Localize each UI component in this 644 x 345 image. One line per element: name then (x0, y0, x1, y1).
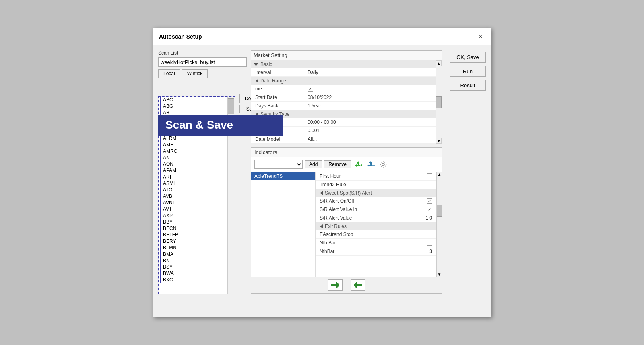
firsthour-checkbox[interactable] (427, 173, 432, 179)
list-item[interactable]: BELFB (159, 232, 227, 238)
ms-section-daterange: Date Range (251, 77, 436, 85)
prop-row-sralertvalue: S/R Alert Value 1.0 (316, 214, 436, 222)
triangle-securitytype-icon (254, 112, 258, 116)
ms-row-me: me (251, 85, 436, 93)
list-item[interactable]: ABG (159, 103, 227, 109)
recycle-icon-1[interactable] (353, 159, 363, 170)
list-item[interactable]: ATO (159, 187, 227, 193)
list-item[interactable]: ABT (159, 109, 227, 116)
list-item[interactable]: ABC (159, 97, 227, 103)
indicators-properties: First Hour Trend2 Rule Sweet Spot(S/R) A… (316, 172, 436, 277)
list-item[interactable]: BMA (159, 251, 227, 257)
sralerton-checkbox[interactable] (427, 198, 432, 204)
remove-indicator-button[interactable]: Remove (324, 160, 351, 168)
recycle-icon-2[interactable] (365, 159, 376, 170)
list-item[interactable]: BERY (159, 238, 227, 244)
ms-row-daysback: Days Back 1 Year (251, 102, 436, 110)
indicators-section: Indicators Add Remove (251, 147, 442, 294)
list-item[interactable]: AVT (159, 206, 227, 212)
prop-section-sweetspot: Sweet Spot(S/R) Alert (316, 189, 436, 197)
ms-row-startdate: Start Date 08/10/2022 (251, 93, 436, 102)
list-item[interactable]: AVNT (159, 199, 227, 206)
market-setting-content-wrapper: Basic Interval Daily Date Range me (251, 60, 442, 144)
list-item[interactable]: ADSK (159, 116, 227, 122)
ms-section-securitytype: Security Type (251, 110, 436, 118)
trend2rule-checkbox[interactable] (427, 182, 432, 187)
prop-section-exitrules: Exit Rules (316, 222, 436, 230)
list-item[interactable]: BWA (159, 270, 227, 277)
props-scroll-up[interactable]: ▲ (437, 172, 442, 177)
props-scrollbar[interactable]: ▲ ▼ (436, 172, 442, 277)
easctrend-checkbox[interactable] (427, 232, 432, 237)
source-btn-row: Local Wintick (158, 69, 247, 78)
result-button[interactable]: Result (450, 80, 486, 91)
triangle-sweetspot-icon (318, 191, 323, 195)
list-item[interactable]: AXP (159, 212, 227, 219)
triangle-exitrules-icon (318, 224, 323, 228)
market-setting-box: Market Setting Basic Interval Daily (251, 50, 442, 144)
wintick-button[interactable]: Wintick (182, 69, 208, 78)
svg-rect-3 (356, 284, 362, 286)
svg-point-0 (382, 163, 384, 166)
run-button[interactable]: Run (450, 66, 486, 77)
props-scroll-down[interactable]: ▼ (437, 272, 442, 277)
triangle-daterange-icon (254, 79, 258, 83)
list-item[interactable]: BXC (159, 277, 227, 283)
list-item[interactable]: AGCO (159, 122, 227, 129)
list-item[interactable]: BECN (159, 225, 227, 232)
stock-list-wrapper: ABCABGABTADSKAGCOALGTALRMAMEAMRCANAONAPA… (158, 96, 235, 294)
title-bar: Autoscan Setup × (153, 28, 491, 45)
scan-list-input[interactable] (158, 58, 247, 67)
close-button[interactable]: × (476, 32, 485, 41)
ms-scroll-down[interactable]: ▼ (436, 138, 442, 144)
list-item[interactable]: ARI (159, 174, 227, 180)
list-item[interactable]: AME (159, 142, 227, 148)
nthbar-checkbox[interactable] (427, 240, 432, 246)
props-scroll-thumb (437, 205, 442, 217)
indicators-dropdown[interactable] (254, 160, 303, 169)
list-item[interactable]: BLMN (159, 244, 227, 251)
ms-scroll-up[interactable]: ▲ (436, 60, 442, 66)
add-indicator-button[interactable]: Add (305, 160, 322, 168)
list-item[interactable]: BSY (159, 264, 227, 270)
far-right-buttons: OK, Save Run Result (446, 50, 486, 294)
prop-row-nthbarval: NthBar 3 (316, 247, 436, 256)
indicators-body: AbleTrendTS First Hour Trend2 Rule (251, 172, 442, 277)
sralertvaluein-checkbox[interactable] (427, 207, 432, 212)
ms-scroll-thumb (436, 96, 442, 108)
ok-save-button[interactable]: OK, Save (450, 52, 486, 63)
stock-list: ABCABGABTADSKAGCOALGTALRMAMEAMRCANAONAPA… (159, 97, 227, 294)
market-setting-content: Basic Interval Daily Date Range me (251, 60, 436, 144)
market-setting-header: Market Setting (251, 51, 442, 60)
ms-section-basic: Basic (251, 60, 436, 68)
ms-row-datemodel: Date Model All... (251, 135, 436, 144)
list-item[interactable]: BBY (159, 219, 227, 225)
list-item[interactable]: AN (159, 154, 227, 161)
list-item[interactable]: APAM (159, 167, 227, 174)
me-checkbox[interactable] (308, 86, 313, 92)
settings-icon[interactable] (378, 159, 388, 170)
indicator-item-abletrendts[interactable]: AbleTrendTS (251, 172, 315, 180)
ms-row-openclose: Open/Close 00:00 - 00:00 (251, 118, 436, 127)
svg-rect-1 (331, 284, 337, 286)
list-item[interactable]: ALGT (159, 129, 227, 135)
list-item[interactable]: AON (159, 161, 227, 167)
indicators-controls: Add Remove (251, 157, 442, 172)
svg-marker-2 (336, 282, 340, 288)
svg-marker-4 (353, 282, 357, 288)
arrow-left-button[interactable] (351, 279, 365, 291)
list-item[interactable]: ALRM (159, 135, 227, 142)
triangle-basic-icon (254, 63, 258, 66)
arrow-right-button[interactable] (328, 279, 343, 291)
list-item[interactable]: AMRC (159, 148, 227, 154)
ms-scrollbar[interactable]: ▲ ▼ (436, 60, 442, 144)
list-item[interactable]: AVB (159, 193, 227, 199)
indicators-list: AbleTrendTS (251, 172, 316, 277)
bottom-bar (251, 277, 442, 293)
left-panel: Scan List Local Wintick Scan & Save ABCA… (158, 50, 247, 294)
list-item[interactable]: BN (159, 257, 227, 264)
dialog-body: Scan List Local Wintick Scan & Save ABCA… (153, 45, 491, 299)
list-scrollbar[interactable] (227, 97, 235, 294)
local-button[interactable]: Local (158, 69, 180, 78)
list-item[interactable]: ASML (159, 180, 227, 187)
